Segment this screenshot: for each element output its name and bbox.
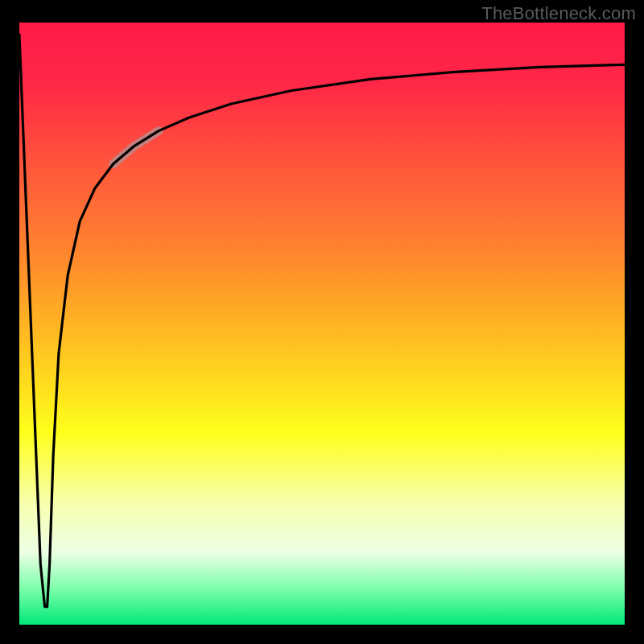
chart-svg xyxy=(19,23,625,625)
plot-frame xyxy=(19,23,625,625)
chart-background xyxy=(19,23,625,625)
chart-container: TheBottleneck.com xyxy=(0,0,644,644)
plot-area xyxy=(19,23,625,625)
watermark-text: TheBottleneck.com xyxy=(481,3,636,24)
